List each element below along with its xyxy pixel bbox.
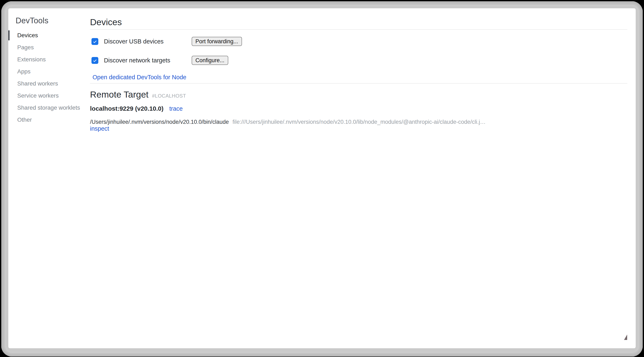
open-node-devtools-link[interactable]: Open dedicated DevTools for Node (92, 74, 186, 81)
discover-usb-label: Discover USB devices (104, 38, 164, 45)
sidebar-item-extensions[interactable]: Extensions (8, 54, 90, 66)
sidebar-item-other[interactable]: Other (8, 114, 90, 126)
discover-network-row: Discover network targets Configure... (92, 56, 627, 65)
sidebar-item-label: Extensions (17, 56, 46, 63)
sidebar-item-label: Shared workers (17, 80, 58, 87)
script-url: file:///Users/jinhuilee/.nvm/versions/no… (232, 119, 486, 125)
resize-handle-icon[interactable] (624, 334, 628, 340)
process-path: /Users/jinhuilee/.nvm/versions/node/v20.… (90, 119, 229, 125)
sidebar-item-shared-workers[interactable]: Shared workers (8, 78, 90, 90)
sidebar-item-label: Shared storage worklets (17, 104, 80, 111)
target-path-line: /Users/jinhuilee/.nvm/versions/node/v20.… (90, 119, 627, 125)
sidebar-item-pages[interactable]: Pages (8, 41, 90, 54)
localhost-tag: #LOCALHOST (152, 93, 186, 99)
sidebar-item-devices[interactable]: Devices (8, 29, 90, 41)
sidebar-item-label: Service workers (17, 92, 58, 99)
discover-network-checkbox[interactable] (92, 57, 98, 64)
target-name: localhost:9229 (v20.10.0) (90, 105, 164, 112)
sidebar-nav: Devices Pages Extensions Apps Shared wor… (8, 29, 90, 126)
configure-button[interactable]: Configure... (192, 56, 228, 65)
devtools-inspect-window: DevTools Devices Pages Extensions Apps S… (8, 8, 636, 348)
inspect-link[interactable]: inspect (90, 125, 109, 132)
page-title: Devices (90, 17, 627, 27)
sidebar-item-service-workers[interactable]: Service workers (8, 90, 90, 102)
divider (90, 83, 627, 84)
discover-usb-checkbox[interactable] (92, 38, 98, 45)
divider (90, 29, 627, 30)
discover-network-cell: Discover network targets (92, 57, 192, 64)
trace-link[interactable]: trace (170, 105, 183, 112)
sidebar-item-label: Other (17, 117, 32, 123)
sidebar: DevTools Devices Pages Extensions Apps S… (8, 8, 90, 348)
target-row: localhost:9229 (v20.10.0) trace (90, 105, 627, 112)
screen-frame: DevTools Devices Pages Extensions Apps S… (1, 1, 643, 356)
discover-network-label: Discover network targets (104, 57, 170, 64)
sidebar-item-shared-storage-worklets[interactable]: Shared storage worklets (8, 102, 90, 114)
target-details: /Users/jinhuilee/.nvm/versions/node/v20.… (90, 119, 627, 132)
app-title: DevTools (16, 16, 90, 25)
sidebar-item-label: Apps (17, 68, 30, 75)
checkmark-icon (92, 39, 97, 44)
discover-usb-cell: Discover USB devices (92, 38, 192, 45)
sidebar-item-apps[interactable]: Apps (8, 66, 90, 78)
node-devtools-row: Open dedicated DevTools for Node (92, 74, 627, 81)
remote-target-header: Remote Target #LOCALHOST (90, 90, 627, 100)
sidebar-item-label: Pages (17, 44, 34, 51)
remote-target-title: Remote Target (90, 90, 148, 100)
inspect-line: inspect (90, 125, 627, 132)
devices-panel: Devices Discover USB devices Port forwar… (90, 8, 636, 348)
sidebar-item-label: Devices (17, 32, 38, 39)
port-forwarding-button[interactable]: Port forwarding... (192, 37, 242, 46)
discover-usb-row: Discover USB devices Port forwarding... (92, 37, 627, 46)
checkmark-icon (92, 58, 97, 63)
